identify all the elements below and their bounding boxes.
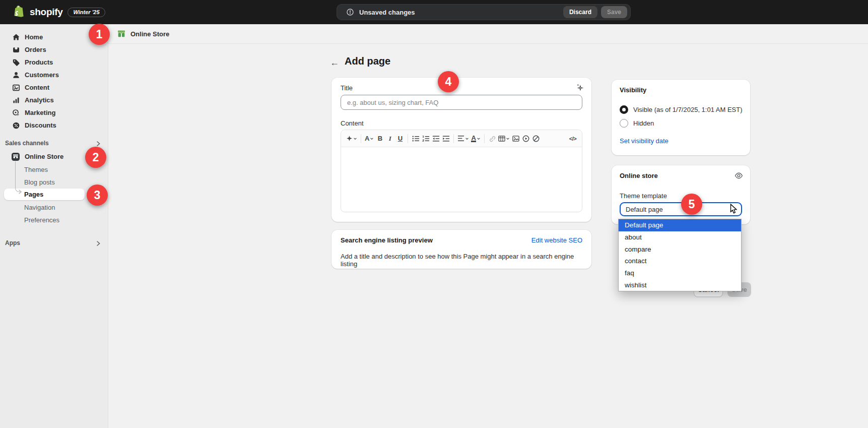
eye-icon[interactable] [735, 171, 743, 180]
video-icon[interactable] [521, 133, 531, 145]
code-icon[interactable]: </> [568, 133, 578, 145]
bold-icon[interactable]: B [375, 133, 385, 145]
alignment-icon[interactable] [456, 133, 470, 145]
sidebar-item-content[interactable]: Content [4, 81, 102, 94]
online-store-card-title: Online store [620, 172, 658, 179]
online-store-card: Online store Theme template Default page [612, 165, 750, 224]
sidebar-item-home[interactable]: Home [4, 31, 102, 43]
storefront-green-icon [117, 29, 126, 38]
sales-channels-heading: Sales channels [5, 140, 49, 147]
back-arrow-icon: ← [330, 57, 339, 68]
alert-icon [346, 8, 354, 16]
chevron-right-icon[interactable] [96, 240, 101, 247]
sidebar-item-orders[interactable]: Orders [4, 43, 102, 56]
bullet-list-icon[interactable] [411, 133, 421, 145]
version-badge: Winter '25 [68, 8, 105, 17]
magic-sparkle-icon[interactable] [576, 83, 583, 91]
mouse-cursor [730, 204, 739, 214]
seo-card-title: Search engine listing preview [341, 236, 433, 244]
indent-icon[interactable] [441, 133, 451, 145]
underline-icon[interactable]: U [395, 133, 405, 145]
annotation-circle-5: 5 [681, 194, 702, 215]
seo-preview-card: Search engine listing preview Edit websi… [331, 230, 591, 269]
table-icon[interactable] [497, 133, 511, 145]
orders-icon [12, 46, 20, 54]
chevron-right-icon[interactable] [96, 141, 101, 147]
link-icon [487, 133, 497, 145]
dropdown-option[interactable]: wishlist [619, 279, 741, 291]
sidebar-item-navigation[interactable]: Navigation [4, 201, 102, 214]
dropdown-option[interactable]: faq [619, 267, 741, 279]
editor-toolbar: A B I U A [341, 130, 582, 147]
title-field-label: Title [341, 84, 353, 92]
radio-selected-icon [620, 105, 628, 114]
visible-radio-option[interactable]: Visible (as of 1/7/2025, 1:01 AM EST) [620, 104, 743, 114]
radio-unselected-icon [620, 119, 628, 128]
ai-sparkle-icon[interactable] [345, 133, 358, 145]
clear-formatting-icon[interactable] [531, 133, 541, 145]
shopify-logo[interactable]: shopify [0, 5, 62, 19]
top-bar: shopify Winter '25 Unsaved changes Disca… [0, 0, 868, 24]
image-icon[interactable] [511, 133, 521, 145]
edit-website-seo-link[interactable]: Edit website SEO [531, 236, 582, 244]
visibility-card-title: Visibility [620, 86, 646, 94]
annotation-circle-3: 3 [87, 185, 108, 206]
analytics-icon [12, 96, 20, 104]
toolbar-divider [408, 134, 408, 143]
home-icon [12, 33, 20, 41]
dropdown-option[interactable]: about [619, 231, 741, 243]
discard-button[interactable]: Discard [563, 6, 597, 18]
back-button[interactable]: ← [327, 55, 342, 70]
sidebar-item-products[interactable]: Products [4, 56, 102, 69]
save-button-top[interactable]: Save [601, 6, 627, 18]
products-icon [12, 58, 20, 67]
set-visibility-date-link[interactable]: Set visibility date [620, 137, 669, 145]
content-icon [12, 84, 20, 92]
toolbar-divider [361, 134, 361, 143]
visibility-card: Visibility Visible (as of 1/7/2025, 1:01… [612, 80, 750, 155]
sidebar-item-analytics[interactable]: Analytics [4, 94, 102, 106]
theme-template-label: Theme template [620, 192, 667, 200]
brand-wordmark: shopify [30, 7, 62, 18]
tree-arrow-icon [18, 190, 22, 194]
text-style-icon[interactable]: A [364, 133, 375, 145]
numbered-list-icon[interactable] [421, 133, 431, 145]
editor-body[interactable] [341, 147, 582, 212]
theme-template-dropdown: Default page about compare contact faq w… [618, 219, 742, 291]
italic-icon[interactable]: I [385, 133, 395, 145]
dropdown-option[interactable]: Default page [619, 219, 741, 231]
dropdown-option[interactable]: compare [619, 243, 741, 255]
seo-description: Add a title and description to see how t… [341, 253, 591, 268]
channel-header-strip: Online Store [108, 24, 868, 44]
sidebar-item-discounts[interactable]: Discounts [4, 119, 102, 132]
toolbar-divider [484, 134, 485, 143]
annotation-circle-4: 4 [438, 71, 459, 92]
content-field-label: Content [341, 119, 364, 127]
sidebar-item-customers[interactable]: Customers [4, 69, 102, 81]
toolbar-divider [453, 134, 454, 143]
unsaved-changes-bar: Unsaved changes Discard Save [337, 4, 631, 20]
dropdown-option[interactable]: contact [619, 255, 741, 267]
tree-connector-line [15, 161, 20, 192]
hidden-radio-option[interactable]: Hidden [620, 118, 654, 128]
storefront-icon [11, 152, 20, 161]
rich-text-editor[interactable]: A B I U A [341, 130, 582, 212]
annotation-circle-1: 1 [89, 24, 110, 45]
sidebar-item-preferences[interactable]: Preferences [4, 214, 102, 226]
apps-heading: Apps [5, 239, 20, 247]
sidebar-item-marketing[interactable]: Marketing [4, 106, 102, 119]
shopify-bag-icon [12, 5, 25, 19]
unsaved-changes-label: Unsaved changes [359, 9, 563, 16]
discounts-icon [12, 121, 20, 130]
channel-title: Online Store [130, 30, 169, 38]
text-color-icon[interactable]: A [470, 133, 481, 145]
title-content-card: Title Content A B I U [331, 78, 591, 222]
page-title: Add page [345, 55, 390, 67]
sidebar: Home Orders Products Customers Content A… [0, 24, 108, 428]
customers-icon [12, 71, 20, 79]
annotation-circle-2: 2 [85, 147, 106, 168]
title-input[interactable] [341, 95, 582, 110]
outdent-icon[interactable] [431, 133, 441, 145]
marketing-icon [12, 109, 20, 117]
